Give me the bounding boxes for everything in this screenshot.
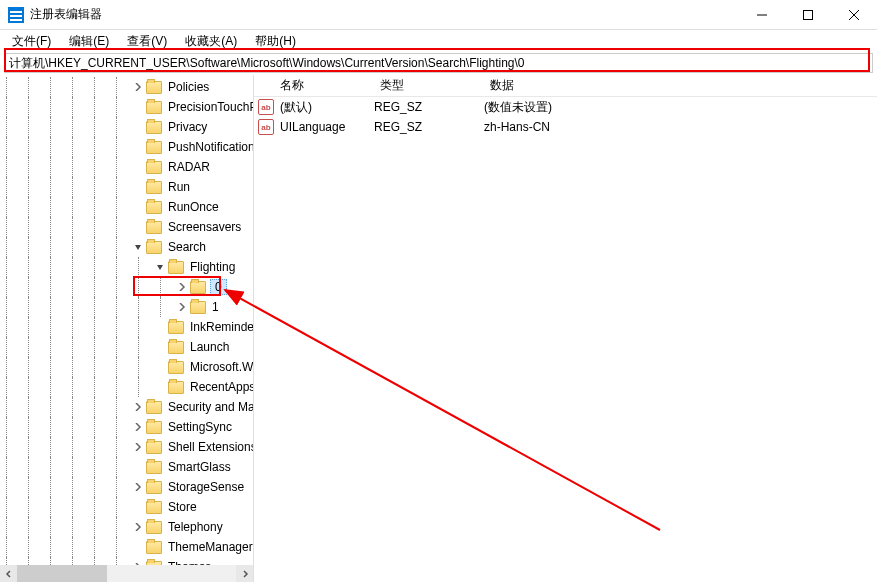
- expander-icon[interactable]: [154, 261, 166, 273]
- list-pane: 名称 类型 数据 ab(默认)REG_SZ(数值未设置)abUILanguage…: [254, 75, 877, 582]
- tree-item[interactable]: RADAR: [0, 157, 253, 177]
- tree-item-label: InkReminder: [188, 320, 253, 334]
- folder-icon: [146, 141, 162, 154]
- tree-item[interactable]: 1: [0, 297, 253, 317]
- minimize-button[interactable]: [739, 0, 785, 30]
- expander-icon[interactable]: [132, 481, 144, 493]
- folder-icon: [146, 401, 162, 414]
- tree-item[interactable]: PushNotifications: [0, 137, 253, 157]
- expander-icon[interactable]: [132, 401, 144, 413]
- tree-item-label: 0: [210, 279, 227, 295]
- folder-icon: [190, 281, 206, 294]
- title-bar: 注册表编辑器: [0, 0, 877, 30]
- expander-icon[interactable]: [132, 521, 144, 533]
- tree-item[interactable]: Search: [0, 237, 253, 257]
- list-row[interactable]: abUILanguageREG_SZzh-Hans-CN: [254, 117, 877, 137]
- column-type[interactable]: 类型: [374, 77, 484, 94]
- scroll-left-button[interactable]: [0, 565, 17, 582]
- value-data: (数值未设置): [484, 99, 877, 116]
- expander-icon[interactable]: [132, 421, 144, 433]
- value-data: zh-Hans-CN: [484, 120, 877, 134]
- folder-icon: [146, 421, 162, 434]
- tree-item[interactable]: Privacy: [0, 117, 253, 137]
- expander-icon[interactable]: [154, 361, 166, 373]
- expander-icon[interactable]: [132, 201, 144, 213]
- tree-item[interactable]: Store: [0, 497, 253, 517]
- horizontal-scrollbar[interactable]: [0, 565, 253, 582]
- close-button[interactable]: [831, 0, 877, 30]
- scroll-thumb[interactable]: [17, 565, 107, 582]
- expander-icon[interactable]: [176, 301, 188, 313]
- list-header: 名称 类型 数据: [254, 75, 877, 97]
- menu-file[interactable]: 文件(F): [4, 31, 59, 52]
- tree-item-label: RecentApps: [188, 380, 253, 394]
- tree-item[interactable]: Telephony: [0, 517, 253, 537]
- expander-icon[interactable]: [176, 281, 188, 293]
- menu-favorites[interactable]: 收藏夹(A): [177, 31, 245, 52]
- tree-items: PoliciesPrecisionTouchPadPrivacyPushNoti…: [0, 75, 253, 577]
- expander-icon[interactable]: [132, 441, 144, 453]
- scroll-right-button[interactable]: [236, 565, 253, 582]
- string-value-icon: ab: [258, 99, 274, 115]
- expander-icon[interactable]: [132, 241, 144, 253]
- tree-item[interactable]: RunOnce: [0, 197, 253, 217]
- tree-item[interactable]: InkReminder: [0, 317, 253, 337]
- expander-icon[interactable]: [132, 141, 144, 153]
- folder-icon: [146, 541, 162, 554]
- folder-icon: [146, 121, 162, 134]
- folder-icon: [146, 161, 162, 174]
- tree-item-label: Policies: [166, 80, 211, 94]
- folder-icon: [190, 301, 206, 314]
- tree-item[interactable]: ThemeManager: [0, 537, 253, 557]
- expander-icon[interactable]: [132, 81, 144, 93]
- tree-item[interactable]: Screensavers: [0, 217, 253, 237]
- expander-icon[interactable]: [154, 341, 166, 353]
- folder-icon: [168, 341, 184, 354]
- expander-icon[interactable]: [132, 181, 144, 193]
- tree-item[interactable]: Launch: [0, 337, 253, 357]
- column-data[interactable]: 数据: [484, 77, 877, 94]
- tree-item[interactable]: SmartGlass: [0, 457, 253, 477]
- folder-icon: [146, 81, 162, 94]
- expander-icon[interactable]: [154, 321, 166, 333]
- address-bar[interactable]: 计算机\HKEY_CURRENT_USER\Software\Microsoft…: [4, 53, 873, 73]
- menu-view[interactable]: 查看(V): [119, 31, 175, 52]
- tree-item[interactable]: 0: [0, 277, 253, 297]
- tree-item-label: PushNotifications: [166, 140, 253, 154]
- scroll-track[interactable]: [17, 565, 236, 582]
- expander-icon[interactable]: [154, 381, 166, 393]
- tree-item[interactable]: StorageSense: [0, 477, 253, 497]
- expander-icon[interactable]: [132, 501, 144, 513]
- tree-pane: PoliciesPrecisionTouchPadPrivacyPushNoti…: [0, 75, 254, 582]
- expander-icon[interactable]: [132, 101, 144, 113]
- expander-icon[interactable]: [132, 541, 144, 553]
- menu-help[interactable]: 帮助(H): [247, 31, 304, 52]
- tree-item-label: 1: [210, 300, 221, 314]
- folder-icon: [146, 181, 162, 194]
- tree-item[interactable]: Security and Maintenance: [0, 397, 253, 417]
- folder-icon: [146, 241, 162, 254]
- expander-icon[interactable]: [132, 221, 144, 233]
- folder-icon: [146, 201, 162, 214]
- tree-item[interactable]: Flighting: [0, 257, 253, 277]
- tree-item-label: Launch: [188, 340, 231, 354]
- expander-icon[interactable]: [132, 161, 144, 173]
- tree-item[interactable]: Run: [0, 177, 253, 197]
- menu-edit[interactable]: 编辑(E): [61, 31, 117, 52]
- tree-item-label: Shell Extensions: [166, 440, 253, 454]
- tree-item[interactable]: RecentApps: [0, 377, 253, 397]
- expander-icon[interactable]: [132, 121, 144, 133]
- column-name[interactable]: 名称: [254, 77, 374, 94]
- tree-item-label: Store: [166, 500, 199, 514]
- tree-item[interactable]: Microsoft.WindowsSearch: [0, 357, 253, 377]
- string-value-icon: ab: [258, 119, 274, 135]
- tree-item[interactable]: Policies: [0, 77, 253, 97]
- window-title: 注册表编辑器: [30, 6, 102, 23]
- tree-item[interactable]: Shell Extensions: [0, 437, 253, 457]
- expander-icon[interactable]: [132, 461, 144, 473]
- tree-item[interactable]: PrecisionTouchPad: [0, 97, 253, 117]
- tree-item[interactable]: SettingSync: [0, 417, 253, 437]
- folder-icon: [146, 461, 162, 474]
- maximize-button[interactable]: [785, 0, 831, 30]
- list-row[interactable]: ab(默认)REG_SZ(数值未设置): [254, 97, 877, 117]
